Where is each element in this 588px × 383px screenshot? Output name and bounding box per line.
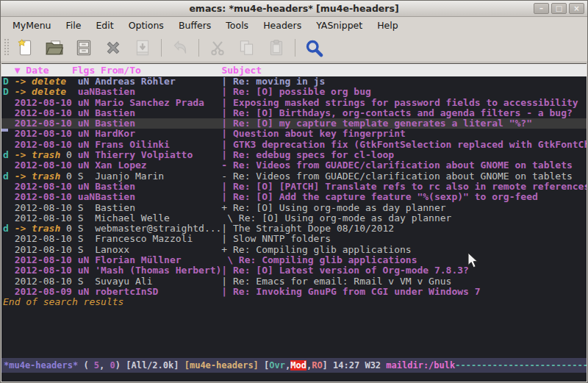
from-field: 'Mash (Thomas Herbert)	[95, 265, 221, 276]
subject-field: \ Re: [O] Using org-mode as day planner	[221, 213, 451, 223]
subject-field: | Re: [O] Add the capture feature "%(sex…	[221, 192, 537, 202]
minimize-button[interactable]: –	[534, 3, 549, 14]
header-row[interactable]: 2012-08-10SLanoxx+ Re: Compiling glib ap…	[1, 245, 587, 255]
date-field: 2012-08-10	[15, 192, 78, 202]
emacs-window: emacs: *mu4e-headers* [mu4e-headers] – □…	[0, 0, 588, 383]
flags-field: uN	[78, 98, 95, 108]
header-row[interactable]: 2012-08-10uNHardKor| Question about key …	[1, 129, 587, 139]
header-row[interactable]: 2012-08-10SMichael Welle \ Re: [O] Using…	[1, 213, 587, 223]
save-as-button[interactable]	[128, 36, 157, 60]
close-buffer-button[interactable]	[98, 36, 128, 60]
new-file-icon	[15, 38, 35, 57]
header-row[interactable]: 2012-08-10SFrancesco Mazzoli| Slow NNTP …	[1, 234, 587, 244]
flags-field: S	[78, 276, 95, 287]
undo-button[interactable]	[165, 36, 195, 60]
menu-item-tools[interactable]: Tools	[218, 18, 256, 33]
header-row[interactable]: 2012-08-10uaNBastien| Re: [O] Add the ca…	[1, 192, 587, 202]
flags-field: S	[78, 223, 95, 234]
open-file-button[interactable]	[40, 36, 69, 60]
save-button[interactable]	[69, 36, 98, 60]
date-field: 2012-08-10	[15, 234, 78, 244]
maximize-button[interactable]: □	[551, 3, 567, 14]
flags-field: S	[78, 171, 95, 182]
mode-line-segment: ]	[323, 360, 333, 371]
header-row[interactable]: 2012-08-10SSuvayu Ali| Re: Emacs for ema…	[1, 276, 587, 287]
subject-field: | Re: [O] [PATCH] Translate refs to rc a…	[221, 182, 587, 192]
from-field: robertcInSD	[95, 287, 221, 297]
open-folder-icon	[45, 38, 64, 57]
mode-line-segment: 5	[94, 360, 99, 371]
flags-field: uaN	[78, 87, 95, 97]
menu-item-mymenu[interactable]: MyMenu	[5, 18, 59, 33]
cut-button[interactable]	[203, 36, 232, 60]
header-row[interactable]: d-> trash 0Swebmaster@straightd...| The …	[1, 223, 587, 234]
mode-line-segment: ,	[99, 360, 110, 371]
header-row[interactable]: D-> deleteuaNBastien| Re: [O] possible o…	[1, 87, 587, 97]
date-field: 2012-08-10	[15, 255, 78, 265]
flags-field: uN	[78, 150, 95, 160]
mode-line-segment: Mod	[290, 360, 306, 371]
header-row[interactable]: 2012-08-10uN'Mash (Thomas Herbert)| Re: …	[1, 265, 587, 276]
undo-icon	[171, 38, 190, 57]
mode-line-segment: [All/2.0k]	[126, 360, 184, 371]
header-line[interactable]: ▼ Date Flgs From/To Subject	[1, 64, 587, 76]
header-row[interactable]: 2012-08-10uNMario Sanchez Prada| Exposin…	[1, 98, 587, 108]
headers-list: D-> deleteuNAndreas Röhler| Re: moving i…	[1, 76, 587, 308]
date-field: -> trash 0	[15, 223, 78, 234]
subject-field: - Re: Videos from GUADEC/clarification a…	[221, 160, 572, 171]
toolbar-separator	[295, 39, 295, 57]
header-row[interactable]: d-> trash 0uNThierry Volpiatto| Re: edeb…	[1, 150, 587, 160]
end-of-results-label: End of search results	[1, 297, 587, 307]
header-row[interactable]: 2012-08-10uNBastien| Re: [O] [PATCH] Tra…	[1, 182, 587, 192]
date-field: -> delete	[15, 87, 78, 97]
header-row[interactable]: 2012-08-10uNBastien| Re: [O] Birthdays, …	[1, 108, 587, 118]
mode-line-segment: 14:27 W32	[333, 360, 386, 371]
menu-item-headers[interactable]: Headers	[256, 18, 309, 33]
from-field: Frans Oilinki	[95, 140, 221, 150]
header-row[interactable]: d-> trash 0SJuanjo Marin- Re: Videos fro…	[1, 171, 587, 182]
from-field: Francesco Mazzoli	[95, 234, 221, 244]
from-field: Xan Lopez	[95, 160, 221, 171]
flags-field: uN	[78, 108, 95, 118]
header-row[interactable]: 2012-08-09uNrobertcInSD| Re: Invoking Gn…	[1, 287, 587, 297]
fringe-cursor	[1, 129, 8, 132]
paste-button[interactable]	[262, 36, 291, 60]
header-row[interactable]: 2012-08-10uNBastien| Re: [O] my capture …	[1, 118, 587, 129]
window-controls: – □ ×	[534, 3, 584, 14]
new-file-button[interactable]	[10, 36, 40, 60]
menu-item-yasnippet[interactable]: YASnippet	[309, 18, 370, 33]
from-field: Andreas Röhler	[95, 76, 221, 87]
mode-line-segment: maildir:/bulk	[386, 360, 455, 371]
menu-item-buffers[interactable]: Buffers	[171, 18, 218, 33]
mode-line-segment: RO	[312, 360, 322, 371]
paste-clipboard-icon	[267, 38, 286, 57]
flags-field: uN	[78, 140, 95, 150]
subject-field: | The Straight Dope 08/10/2012	[221, 223, 394, 234]
flags-field: uN	[78, 287, 95, 297]
mode-line[interactable]: *mu4e-headers* ( 5, 0) [All/2.0k] [mu4e-…	[1, 358, 587, 373]
date-field: 2012-08-10	[15, 118, 78, 129]
close-button[interactable]: ×	[569, 3, 584, 14]
from-field: Bastien	[95, 182, 221, 192]
minibuffer[interactable]	[1, 373, 587, 382]
from-field: Bastien	[95, 108, 221, 118]
menu-item-options[interactable]: Options	[121, 18, 171, 33]
search-button[interactable]	[299, 36, 329, 60]
header-row[interactable]: D-> deleteuNAndreas Röhler| Re: moving i…	[1, 76, 587, 87]
menu-item-help[interactable]: Help	[370, 18, 406, 33]
header-row[interactable]: 2012-08-10uNXan Lopez- Re: Videos from G…	[1, 160, 587, 171]
header-row[interactable]: 2012-08-10uNFlorian Müllner \ Re: Compil…	[1, 255, 587, 265]
copy-button[interactable]	[232, 36, 262, 60]
toolbar-separator	[161, 39, 162, 57]
date-field: 2012-08-10	[15, 129, 78, 139]
subject-field: | Question about key fingerprint	[221, 129, 405, 139]
header-row[interactable]: 2012-08-10SBastien+ Re: [O] Using org-mo…	[1, 203, 587, 213]
mode-line-segment: (	[78, 360, 94, 371]
mode-line-segment: )	[115, 360, 126, 371]
menu-item-edit[interactable]: Edit	[88, 18, 121, 33]
subject-field: + Re: [O] Using org-mode as day planner	[221, 203, 445, 213]
header-row[interactable]: 2012-08-10uNFrans Oilinki| GTK3 deprecat…	[1, 140, 587, 150]
menu-item-file[interactable]: File	[59, 18, 89, 33]
toolbar-grip-icon[interactable]	[3, 37, 10, 58]
date-field: 2012-08-10	[15, 182, 78, 192]
